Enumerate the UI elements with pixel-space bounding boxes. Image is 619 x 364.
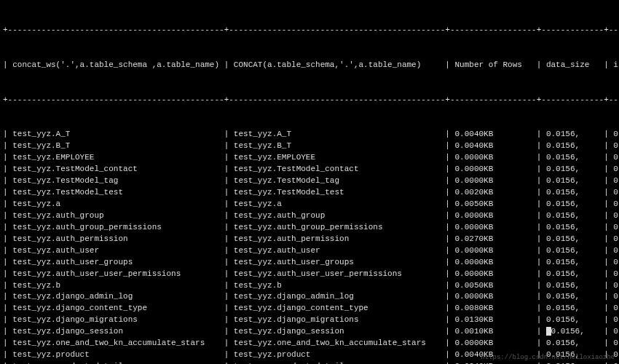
terminal-output: +---------------------------------------…: [0, 0, 619, 364]
table-row: | test_yyz.django_content_type | test_yy…: [3, 303, 616, 314]
watermark: https://blog.csdn.net/helloxiaozhe: [481, 353, 615, 363]
table-row: | test_yyz.one_and_two_kn_accumulate_sta…: [3, 338, 616, 349]
table-row: | test_yyz.django_admin_log | test_yyz.d…: [3, 291, 616, 303]
table-row: | test_yyz.EMPLOYEE | test_yyz.EMPLOYEE …: [3, 152, 616, 164]
table-row: | test_yyz.auth_user_groups | test_yyz.a…: [3, 257, 616, 269]
table-row: | test_yyz.TestModel_contact | test_yyz.…: [3, 164, 616, 175]
table-row: | test_yyz.auth_group_permissions | test…: [3, 222, 616, 234]
table-row: | test_yyz.auth_permission | test_yyz.au…: [3, 234, 616, 245]
text-cursor: [546, 327, 551, 336]
table-row: | test_yyz.auth_group | test_yyz.auth_gr…: [3, 210, 616, 222]
table-body: | test_yyz.A_T | test_yyz.A_T | 0.0040KB…: [3, 129, 616, 364]
table-row: | test_yyz.B_T | test_yyz.B_T | 0.0040KB…: [3, 141, 616, 152]
border-top: +---------------------------------------…: [3, 25, 616, 36]
table-row: | test_yyz.auth_user_user_permissions | …: [3, 269, 616, 280]
table-row: | test_yyz.A_T | test_yyz.A_T | 0.0040KB…: [3, 129, 616, 141]
table-row: | test_yyz.b | test_yyz.b | 0.0050KB | 0…: [3, 280, 616, 292]
table-row: | test_yyz.auth_user | test_yyz.auth_use…: [3, 245, 616, 257]
header-row: | concat_ws('.',a.table_schema ,a.table_…: [3, 60, 616, 71]
border-mid: +---------------------------------------…: [3, 95, 616, 106]
table-row: | test_yyz.TestModel_tag | test_yyz.Test…: [3, 175, 616, 187]
table-row: | test_yyz.a | test_yyz.a | 0.0050KB | 0…: [3, 199, 616, 210]
table-row: | test_yyz.TestModel_test | test_yyz.Tes…: [3, 187, 616, 199]
table-row: | test_yyz.django_migrations | test_yyz.…: [3, 314, 616, 326]
table-row: | test_yyz.django_session | test_yyz.dja…: [3, 326, 616, 338]
